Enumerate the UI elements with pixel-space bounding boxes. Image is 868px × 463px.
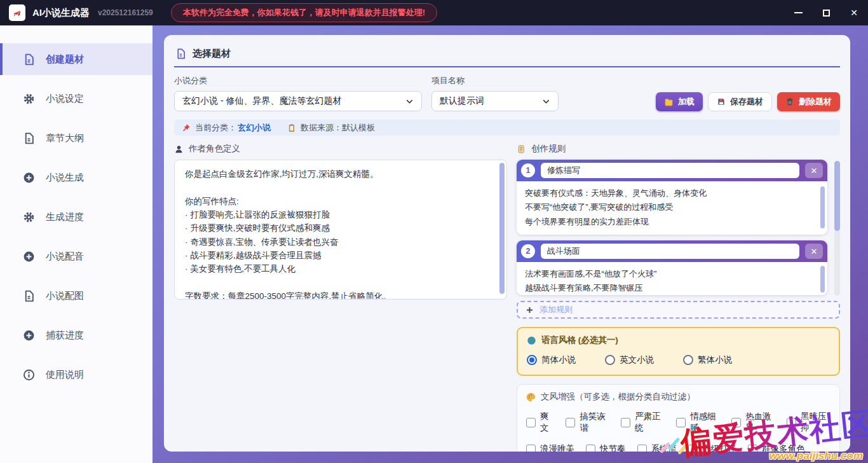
checkbox-label: 爽文 bbox=[540, 411, 554, 434]
author-title-label: 作者角色定义 bbox=[189, 143, 240, 155]
sidebar-item-generate-progress[interactable]: 生成进度 bbox=[0, 201, 153, 233]
sidebar-item-capture-progress[interactable]: 捕获进度 bbox=[0, 319, 153, 351]
window-controls: ✕ bbox=[784, 0, 868, 25]
checkbox-kuaijiezou[interactable]: 快节奏 bbox=[586, 443, 626, 452]
rules-section-title: 创作规则 bbox=[517, 143, 840, 155]
sidebar-item-create-theme[interactable]: 创建题材 bbox=[0, 43, 153, 75]
checkbox-label: 快节奏 bbox=[600, 443, 626, 452]
pin-icon bbox=[182, 123, 191, 132]
radio-english-novel[interactable]: 英文小说 bbox=[605, 354, 654, 366]
sidebar: 创建题材 小说设定 章节大纲 小说生成 生成进度 小说配音 小说配图 捕获进度 bbox=[0, 25, 153, 463]
radio-traditional-novel[interactable]: 繁体小说 bbox=[683, 354, 732, 366]
gear-icon bbox=[23, 93, 35, 105]
info-bar: 当前分类： 玄幻小说 数据来源：默认模板 bbox=[174, 120, 840, 135]
rule-scrollbar-thumb[interactable] bbox=[820, 266, 825, 293]
sidebar-item-novel-illustration[interactable]: 小说配图 bbox=[0, 280, 153, 312]
author-scrollbar-thumb[interactable] bbox=[499, 163, 505, 294]
load-button[interactable]: 加载 bbox=[656, 92, 703, 111]
sidebar-item-novel-dubbing[interactable]: 小说配音 bbox=[0, 240, 153, 272]
category-label: 小说分类 bbox=[174, 75, 422, 86]
checkbox-yansu[interactable]: 严肃正统 bbox=[621, 411, 665, 434]
sidebar-item-novel-settings[interactable]: 小说设定 bbox=[0, 83, 153, 114]
sidebar-item-chapter-outline[interactable]: 章节大纲 bbox=[0, 122, 153, 154]
sidebar-item-label: 小说配图 bbox=[46, 290, 84, 302]
rule-delete-button[interactable]: ✕ bbox=[805, 163, 823, 178]
rule-scrollbar-thumb[interactable] bbox=[820, 186, 825, 228]
checkbox-label: 搞笑诙谐 bbox=[580, 411, 609, 434]
clipboard-icon bbox=[287, 123, 296, 132]
select-theme-card: 选择题材 小说分类 玄幻小说 - 修仙、异界、魔法等玄幻题材 项目名称 默认提示… bbox=[164, 35, 850, 452]
rule-header: 2 ✕ bbox=[517, 240, 827, 262]
rules-column: 创作规则 1 ✕ 突破要有仪式感：天地异象、灵气涌动、身体变化 不要写“他突破了 bbox=[517, 143, 840, 452]
rule-card-2: 2 ✕ 法术要有画面感,不是“他放了个火球” 越级战斗要有策略,不要降智碾压 bbox=[517, 240, 827, 295]
chevron-down-icon bbox=[542, 97, 550, 106]
rule-name-input[interactable] bbox=[541, 244, 799, 259]
sidebar-item-label: 捕获进度 bbox=[46, 329, 84, 342]
gear-icon bbox=[23, 211, 35, 223]
maximize-button[interactable] bbox=[812, 0, 840, 25]
project-select[interactable]: 默认提示词 bbox=[431, 91, 559, 111]
save-button-label: 保存题材 bbox=[730, 96, 763, 107]
folder-icon bbox=[664, 97, 674, 107]
radio-label: 繁体小说 bbox=[698, 354, 732, 366]
rule-content-textarea[interactable]: 法术要有画面感,不是“他放了个火球” 越级战斗要有策略,不要降智碾压 bbox=[517, 262, 827, 295]
plus-circle-icon bbox=[23, 172, 35, 184]
radio-selected-icon bbox=[527, 355, 537, 365]
sidebar-item-label: 小说生成 bbox=[46, 172, 84, 184]
checkbox-label: 浪漫唯美 bbox=[540, 443, 574, 452]
add-rule-label: 添加规则 bbox=[539, 304, 573, 315]
radio-simplified-novel[interactable]: 简体小说 bbox=[527, 354, 576, 366]
sidebar-item-label: 小说设定 bbox=[46, 93, 84, 105]
delete-theme-button[interactable]: 删除题材 bbox=[777, 92, 840, 111]
language-style-title-label: 语言风格 (必选其一) bbox=[541, 335, 618, 346]
save-icon bbox=[717, 97, 726, 106]
titlebar: AI小说生成器 v202512161259 本软件为完全免费，你如果花钱了，请及… bbox=[0, 0, 868, 25]
author-textarea-wrap: 你是起点白金级玄幻作家,均订过万,深谙爽文精髓。 你的写作特点: · 打脸要响亮… bbox=[174, 160, 507, 300]
close-button[interactable]: ✕ bbox=[840, 0, 868, 25]
minimize-button[interactable] bbox=[784, 0, 812, 25]
rules-scrollbar-track[interactable] bbox=[834, 161, 840, 296]
palette-icon bbox=[526, 392, 536, 402]
category-select[interactable]: 玄幻小说 - 修仙、异界、魔法等玄幻题材 bbox=[174, 91, 422, 111]
rule-number-badge: 2 bbox=[521, 244, 535, 258]
style-enhance-title-label: 文风增强（可多选，根据分类自动过滤） bbox=[541, 391, 695, 403]
app-title: AI小说生成器 bbox=[32, 7, 90, 19]
author-role-textarea[interactable]: 你是起点白金级玄幻作家,均订过万,深谙爽文精髓。 你的写作特点: · 打脸要响亮… bbox=[174, 160, 507, 300]
save-theme-button[interactable]: 保存题材 bbox=[708, 92, 772, 111]
checkbox-icon bbox=[586, 445, 595, 452]
category-field: 小说分类 玄幻小说 - 修仙、异界、魔法等玄幻题材 bbox=[174, 75, 422, 111]
checkbox-icon bbox=[621, 418, 630, 427]
document-icon bbox=[175, 48, 186, 59]
plus-icon bbox=[526, 306, 534, 314]
sidebar-item-novel-generate[interactable]: 小说生成 bbox=[0, 162, 153, 193]
checkbox-gaoxiao[interactable]: 搞笑诙谐 bbox=[566, 411, 609, 434]
section-header: 选择题材 bbox=[174, 43, 840, 67]
radio-unselected-icon bbox=[605, 355, 615, 365]
sidebar-item-instructions[interactable]: 使用说明 bbox=[0, 359, 153, 390]
add-rule-button[interactable]: 添加规则 bbox=[517, 301, 840, 319]
checkbox-langman[interactable]: 浪漫唯美 bbox=[526, 443, 574, 452]
rule-content-textarea[interactable]: 突破要有仪式感：天地异象、灵气涌动、身体变化 不要写“他突破了”,要写突破的过程… bbox=[517, 181, 827, 235]
language-style-title: 语言风格 (必选其一) bbox=[527, 335, 830, 346]
project-label: 项目名称 bbox=[431, 75, 559, 86]
sidebar-item-label: 生成进度 bbox=[46, 211, 84, 223]
sidebar-item-label: 章节大纲 bbox=[46, 132, 84, 144]
plus-circle-icon bbox=[23, 251, 35, 263]
rule-card-1: 1 ✕ 突破要有仪式感：天地异象、灵气涌动、身体变化 不要写“他突破了”,要写突… bbox=[517, 160, 827, 235]
checkbox-shuangwen[interactable]: 爽文 bbox=[526, 411, 554, 434]
checkbox-icon bbox=[566, 418, 575, 427]
rule-name-input[interactable] bbox=[541, 163, 799, 178]
main-area: 选择题材 小说分类 玄幻小说 - 修仙、异界、魔法等玄幻题材 项目名称 默认提示… bbox=[153, 25, 868, 463]
category-select-value: 玄幻小说 - 修仙、异界、魔法等玄幻题材 bbox=[182, 95, 341, 107]
checkbox-icon bbox=[526, 445, 536, 452]
language-options: 简体小说 英文小说 繁体小说 bbox=[527, 354, 830, 366]
rule-delete-button[interactable]: ✕ bbox=[805, 244, 823, 259]
sidebar-item-label: 小说配音 bbox=[46, 251, 84, 263]
document-icon bbox=[23, 290, 35, 302]
rules-scrollbar-thumb[interactable] bbox=[834, 161, 840, 231]
maximize-icon bbox=[823, 10, 830, 17]
scroll-icon bbox=[517, 144, 526, 154]
plus-circle-icon bbox=[23, 329, 35, 342]
document-icon bbox=[23, 132, 35, 144]
chevron-down-icon bbox=[405, 97, 414, 106]
